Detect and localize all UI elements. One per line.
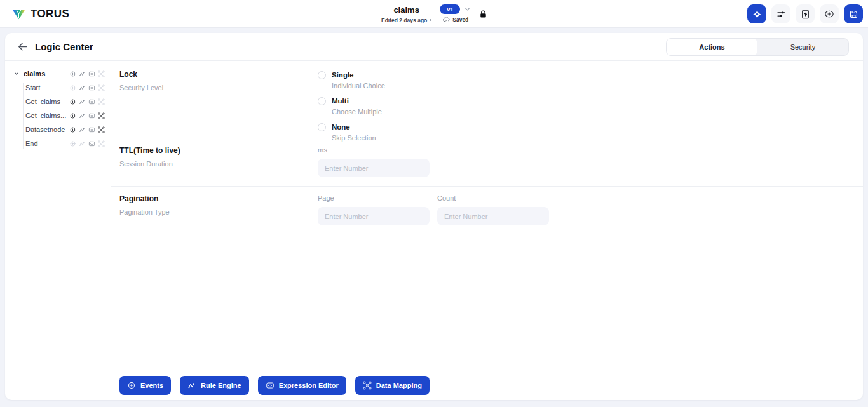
back-button[interactable] bbox=[15, 40, 29, 54]
node-action-icons bbox=[69, 126, 105, 133]
events-icon[interactable] bbox=[69, 98, 76, 105]
rule-engine-button[interactable]: Rule Engine bbox=[180, 376, 249, 395]
save-button[interactable] bbox=[844, 4, 863, 23]
tree-node-label: Datasetnode bbox=[25, 126, 65, 133]
pagination-title: Pagination bbox=[119, 194, 318, 203]
settings-panel: Lock Security Level Single Individual Ch… bbox=[111, 61, 863, 400]
footer-toolbar: Events Rule Engine Expression Editor Dat… bbox=[111, 370, 863, 400]
version-chevron-down-icon[interactable] bbox=[464, 6, 471, 13]
torus-logo-icon bbox=[11, 7, 26, 22]
events-icon[interactable] bbox=[69, 84, 76, 91]
card-body: claims Start bbox=[5, 61, 863, 400]
radio-option-multi[interactable]: Multi Choose Multiple bbox=[318, 97, 385, 116]
data-mapping-icon[interactable] bbox=[98, 70, 105, 77]
flow-icon bbox=[776, 9, 787, 20]
lock-section: Lock Security Level Single Individual Ch… bbox=[111, 61, 863, 142]
radio-option-single[interactable]: Single Individual Choice bbox=[318, 71, 385, 90]
data-mapping-button[interactable]: Data Mapping bbox=[355, 376, 430, 395]
pagination-section: Pagination Pagination Type Page Count bbox=[111, 187, 863, 238]
expression-editor-icon[interactable] bbox=[88, 98, 95, 105]
events-button[interactable]: Events bbox=[119, 376, 171, 395]
radio-circle[interactable] bbox=[318, 97, 326, 105]
tree-node-end[interactable]: End bbox=[5, 137, 111, 150]
tree-node-get-claims[interactable]: Get_claims bbox=[5, 95, 111, 109]
navigator-button[interactable] bbox=[747, 4, 766, 23]
node-action-icons bbox=[69, 98, 105, 105]
tree-node-label: Get_claims bbox=[25, 98, 60, 105]
tree-node-get-claims-2[interactable]: Get_claims... bbox=[5, 109, 111, 123]
lock-icon bbox=[479, 10, 487, 19]
radio-circle[interactable] bbox=[318, 123, 326, 131]
data-mapping-icon[interactable] bbox=[98, 98, 105, 105]
rule-engine-icon[interactable] bbox=[79, 84, 86, 91]
node-action-icons bbox=[69, 84, 105, 91]
expression-editor-button[interactable]: Expression Editor bbox=[258, 376, 346, 395]
expression-editor-icon[interactable] bbox=[88, 84, 95, 91]
tree-node-label: Get_claims... bbox=[25, 112, 66, 119]
rule-engine-icon[interactable] bbox=[79, 140, 86, 147]
tab-security[interactable]: Security bbox=[757, 39, 848, 55]
version-badge[interactable]: v1 bbox=[440, 4, 460, 14]
events-icon[interactable] bbox=[69, 112, 76, 119]
ttl-section: TTL(Time to live) Session Duration ms bbox=[111, 142, 863, 186]
rule-engine-icon[interactable] bbox=[79, 126, 86, 133]
tree-node-datasetnode[interactable]: Datasetnode bbox=[5, 123, 111, 137]
events-icon[interactable] bbox=[69, 70, 76, 77]
count-field-label: Count bbox=[437, 194, 549, 202]
count-input[interactable] bbox=[437, 207, 549, 225]
page-input[interactable] bbox=[318, 207, 430, 225]
radio-description: Skip Selection bbox=[332, 134, 376, 142]
tree-node-start[interactable]: Start bbox=[5, 81, 111, 95]
events-icon[interactable] bbox=[69, 126, 76, 133]
lock-radio-group: Single Individual Choice Multi Choose Mu… bbox=[318, 70, 385, 142]
events-icon[interactable] bbox=[69, 140, 76, 147]
tree-node-label: claims bbox=[24, 70, 45, 77]
document-info: claims Edited 2 days ago bbox=[381, 5, 431, 23]
expression-editor-icon[interactable] bbox=[88, 112, 95, 119]
data-mapping-icon[interactable] bbox=[98, 84, 105, 91]
tree-node-label: End bbox=[25, 140, 38, 147]
node-action-icons bbox=[69, 140, 105, 147]
rule-engine-icon[interactable] bbox=[79, 98, 86, 105]
radio-option-none[interactable]: None Skip Selection bbox=[318, 123, 385, 142]
count-field: Count bbox=[437, 194, 549, 225]
page-field: Page bbox=[318, 194, 430, 225]
edited-text: Edited 2 days ago bbox=[381, 17, 427, 23]
brand: TORUS bbox=[11, 0, 69, 28]
data-mapping-icon[interactable] bbox=[98, 112, 105, 119]
data-mapping-icon[interactable] bbox=[98, 140, 105, 147]
radio-circle[interactable] bbox=[318, 71, 326, 79]
expression-editor-icon[interactable] bbox=[88, 126, 95, 133]
target-icon bbox=[824, 8, 835, 20]
navigator-icon bbox=[752, 9, 763, 20]
rule-engine-icon bbox=[187, 381, 196, 390]
expression-editor-icon[interactable] bbox=[88, 70, 95, 77]
data-mapping-icon[interactable] bbox=[98, 126, 105, 133]
ttl-title: TTL(Time to live) bbox=[119, 146, 318, 155]
data-mapping-icon bbox=[363, 381, 372, 390]
expression-editor-icon bbox=[266, 381, 275, 390]
back-arrow-icon bbox=[17, 41, 29, 53]
file-export-button[interactable] bbox=[796, 4, 815, 23]
topbar-actions bbox=[747, 4, 863, 23]
node-tree-sidebar: claims Start bbox=[5, 61, 111, 400]
ttl-input[interactable] bbox=[318, 159, 430, 177]
tree-node-claims[interactable]: claims bbox=[5, 67, 111, 81]
chevron-down-icon[interactable] bbox=[13, 70, 20, 77]
rule-engine-icon[interactable] bbox=[79, 112, 86, 119]
ttl-subtitle: Session Duration bbox=[119, 160, 318, 168]
tab-actions[interactable]: Actions bbox=[667, 39, 757, 55]
expression-editor-icon[interactable] bbox=[88, 140, 95, 147]
button-label: Expression Editor bbox=[279, 382, 339, 389]
lock-subtitle: Security Level bbox=[119, 84, 318, 91]
flow-button[interactable] bbox=[771, 4, 790, 23]
logic-center-card: Logic Center Actions Security claims Sta… bbox=[5, 33, 863, 400]
ttl-field: ms bbox=[318, 146, 430, 177]
button-label: Data Mapping bbox=[376, 382, 422, 389]
saved-label: Saved bbox=[452, 17, 468, 23]
target-button[interactable] bbox=[820, 4, 839, 23]
cloud-check-icon bbox=[442, 16, 450, 23]
rule-engine-icon[interactable] bbox=[79, 70, 86, 77]
document-title: claims bbox=[393, 5, 419, 15]
empty-space bbox=[111, 238, 863, 370]
